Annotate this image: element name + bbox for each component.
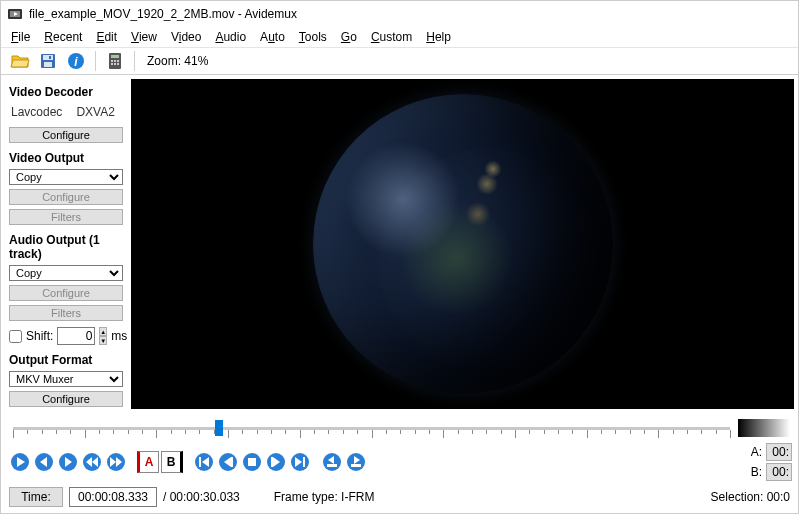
svg-rect-14 (111, 63, 113, 65)
video-output-select[interactable]: Copy (9, 169, 123, 185)
menu-auto[interactable]: Auto (254, 28, 291, 46)
shift-row: Shift: ▲▼ ms (9, 327, 123, 345)
timeline-ticks (13, 430, 730, 438)
menu-tools[interactable]: Tools (293, 28, 333, 46)
svg-rect-34 (231, 457, 233, 467)
svg-rect-47 (351, 464, 361, 467)
video-output-filters-button[interactable]: Filters (9, 209, 123, 225)
stop-button[interactable] (241, 451, 263, 473)
svg-rect-11 (111, 60, 113, 62)
info-button[interactable]: i (63, 48, 89, 74)
svg-rect-36 (248, 458, 256, 466)
video-output-label: Video Output (9, 151, 123, 165)
toolbar-separator-2 (134, 51, 135, 71)
svg-rect-44 (327, 464, 337, 467)
svg-rect-38 (271, 457, 273, 467)
video-frame-earth (313, 94, 613, 394)
goto-end-button[interactable] (289, 451, 311, 473)
audio-output-configure-button[interactable]: Configure (9, 285, 123, 301)
selection-label: Selection: 00:0 (711, 490, 790, 504)
menu-audio[interactable]: Audio (209, 28, 252, 46)
shift-checkbox[interactable] (9, 330, 22, 343)
app-icon (7, 6, 23, 22)
video-output-configure-button[interactable]: Configure (9, 189, 123, 205)
svg-rect-5 (44, 62, 52, 67)
menu-go[interactable]: Go (335, 28, 363, 46)
zoom-label: Zoom: 41% (147, 54, 208, 68)
frame-type-label: Frame type: I-FRM (274, 490, 375, 504)
video-preview (131, 79, 794, 409)
timeline-marker[interactable] (215, 420, 223, 436)
set-marker-b-button[interactable]: B (161, 451, 183, 473)
goto-marker-a-button[interactable] (321, 451, 343, 473)
goto-marker-b-button[interactable] (345, 451, 367, 473)
video-decoder-label: Video Decoder (9, 85, 123, 99)
back-1min-button[interactable] (217, 451, 239, 473)
menu-video[interactable]: Video (165, 28, 208, 46)
svg-rect-10 (111, 55, 119, 58)
video-decoder-configure-button[interactable]: Configure (9, 127, 123, 143)
goto-start-button[interactable] (193, 451, 215, 473)
sidebar: Video Decoder LavcodecDXVA2 Configure Vi… (1, 75, 131, 413)
svg-rect-15 (114, 63, 116, 65)
save-button[interactable] (35, 48, 61, 74)
prev-keyframe-button[interactable] (81, 451, 103, 473)
prev-frame-button[interactable] (33, 451, 55, 473)
shift-unit: ms (111, 329, 127, 343)
output-format-label: Output Format (9, 353, 123, 367)
marker-b-label: B: (746, 465, 762, 479)
output-format-configure-button[interactable]: Configure (9, 391, 123, 407)
timeline[interactable] (9, 417, 790, 439)
shift-label: Shift: (26, 329, 53, 343)
shift-spinner[interactable]: ▲▼ (99, 327, 107, 345)
menu-file[interactable]: File (5, 28, 36, 46)
calculator-button[interactable] (102, 48, 128, 74)
time-value-input[interactable] (69, 487, 157, 507)
main-area: Video Decoder LavcodecDXVA2 Configure Vi… (1, 75, 798, 413)
audio-output-label: Audio Output (1 track) (9, 233, 123, 261)
marker-b-value: 00: (766, 463, 792, 481)
menu-edit[interactable]: Edit (90, 28, 123, 46)
menu-view[interactable]: View (125, 28, 163, 46)
menu-help[interactable]: Help (420, 28, 457, 46)
output-format-select[interactable]: MKV Muxer (9, 371, 123, 387)
svg-rect-13 (117, 60, 119, 62)
menu-recent[interactable]: Recent (38, 28, 88, 46)
audio-output-select[interactable]: Copy (9, 265, 123, 281)
timeline-gradient (738, 419, 790, 437)
shift-value-input[interactable] (57, 327, 95, 345)
window-title: file_example_MOV_1920_2_2MB.mov - Avidem… (29, 7, 297, 21)
play-button[interactable] (9, 451, 31, 473)
duration-label: / 00:00:30.033 (163, 490, 240, 504)
titlebar: file_example_MOV_1920_2_2MB.mov - Avidem… (1, 1, 798, 27)
bottom-panel: A B A:00: B:00: Time: / 00:00:30.033 Fra… (1, 413, 798, 513)
controls-row: A B A:00: B:00: (9, 443, 790, 481)
status-row: Time: / 00:00:30.033 Frame type: I-FRM S… (9, 487, 790, 507)
menubar: File Recent Edit View Video Audio Auto T… (1, 27, 798, 47)
next-frame-button[interactable] (57, 451, 79, 473)
fwd-1min-button[interactable] (265, 451, 287, 473)
svg-rect-16 (117, 63, 119, 65)
svg-rect-42 (303, 457, 305, 467)
ab-markers-panel: A:00: B:00: (746, 443, 792, 481)
toolbar: i Zoom: 41% (1, 47, 798, 75)
toolbar-separator (95, 51, 96, 71)
menu-custom[interactable]: Custom (365, 28, 418, 46)
svg-rect-12 (114, 60, 116, 62)
open-button[interactable] (7, 48, 33, 74)
set-marker-a-button[interactable]: A (137, 451, 159, 473)
svg-rect-6 (49, 56, 51, 59)
time-button[interactable]: Time: (9, 487, 63, 507)
next-keyframe-button[interactable] (105, 451, 127, 473)
marker-a-label: A: (746, 445, 762, 459)
video-decoder-codecs: LavcodecDXVA2 (11, 105, 123, 119)
svg-rect-30 (199, 457, 201, 467)
audio-output-filters-button[interactable]: Filters (9, 305, 123, 321)
marker-a-value: 00: (766, 443, 792, 461)
svg-rect-4 (43, 55, 53, 60)
